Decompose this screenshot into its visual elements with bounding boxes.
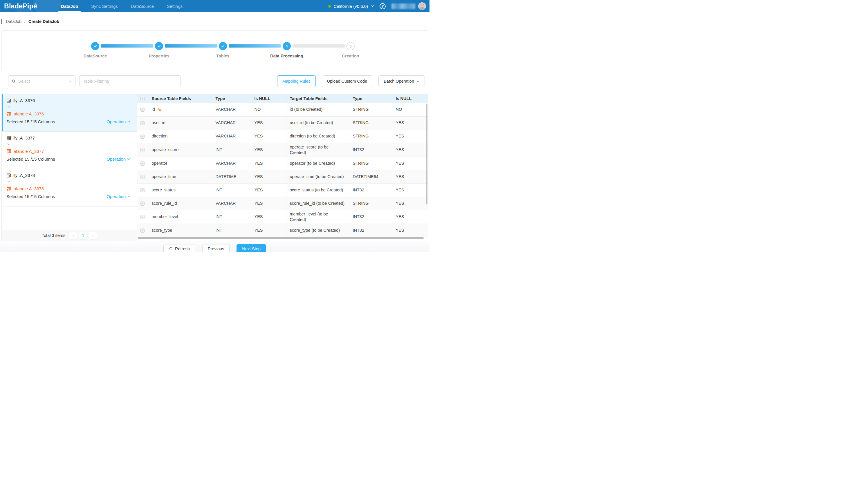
chevron-down-icon bbox=[127, 157, 130, 161]
app-logo[interactable]: BladePipe bbox=[4, 2, 37, 10]
nav-tab-sync-settings[interactable]: Sync Settings bbox=[91, 0, 118, 12]
chevron-down-icon bbox=[69, 79, 72, 83]
source-table-icon bbox=[6, 98, 11, 103]
source-field-name: score_status bbox=[152, 187, 176, 193]
pagination-prev-button[interactable]: ‹ bbox=[69, 232, 77, 239]
table-list-item[interactable]: lly .A_3376 afanqie A_3376 Selected 15 /… bbox=[2, 94, 137, 132]
field-mapping-panel: Source Table Fields Type Is NULL Target … bbox=[137, 94, 428, 241]
help-icon[interactable]: ? bbox=[380, 3, 386, 9]
field-row: score_status INT YES score_status (to be… bbox=[137, 183, 428, 196]
source-table-name: lly .A_3376 bbox=[13, 98, 35, 103]
avatar-image bbox=[418, 2, 426, 10]
status-dot bbox=[328, 5, 331, 8]
pagination-next-button[interactable]: › bbox=[89, 232, 97, 239]
target-field-name: score_status (to be Created) bbox=[286, 183, 349, 196]
target-field-type: INT32 bbox=[349, 224, 392, 237]
table-list-item[interactable]: lly .A_3377 afanqie A_3377 Selected 15 /… bbox=[2, 132, 137, 169]
field-row: id VARCHAR NO id (to be Created) STRING … bbox=[137, 103, 428, 116]
source-field-type: VARCHAR bbox=[212, 130, 251, 143]
breadcrumb-accent-bar bbox=[1, 19, 2, 24]
target-field-type: STRING bbox=[349, 157, 392, 170]
table-list-item[interactable]: lly .A_3378 afanqie A_3378 Selected 15 /… bbox=[2, 169, 137, 206]
field-row: operate_score INT YES operate_score (to … bbox=[137, 143, 428, 157]
row-checkbox[interactable] bbox=[140, 108, 145, 112]
pagination: Total 3 items ‹ 1 › bbox=[2, 230, 137, 241]
horizontal-scrollbar[interactable] bbox=[138, 237, 424, 239]
source-table-name: lly .A_3377 bbox=[13, 136, 35, 140]
source-field-isnull: YES bbox=[251, 196, 286, 210]
row-checkbox[interactable] bbox=[140, 161, 145, 166]
target-field-type: STRING bbox=[349, 196, 392, 210]
refresh-button[interactable]: Refresh bbox=[163, 244, 195, 252]
source-field-type: VARCHAR bbox=[212, 103, 251, 116]
selected-columns-count: Selected 15 /15 Columns bbox=[6, 119, 55, 124]
chevron-down-icon bbox=[7, 180, 11, 184]
operation-link[interactable]: Operation bbox=[106, 157, 130, 161]
target-field-name: direction (to be Created) bbox=[286, 130, 349, 143]
source-table-icon bbox=[6, 136, 11, 140]
upload-custom-code-button[interactable]: Upload Custom Code bbox=[322, 75, 373, 87]
source-field-name: operator bbox=[152, 161, 167, 166]
select-all-checkbox[interactable] bbox=[140, 97, 145, 101]
row-checkbox[interactable] bbox=[140, 229, 145, 233]
table-filter-input[interactable] bbox=[79, 75, 181, 87]
breadcrumb-datajob[interactable]: DataJob bbox=[6, 19, 21, 24]
step-number: 5 bbox=[347, 42, 355, 50]
target-field-isnull: YES bbox=[392, 210, 428, 224]
breadcrumb: DataJob / Create DataJob bbox=[0, 12, 430, 30]
page-title: Create DataJob bbox=[28, 19, 59, 24]
selected-columns-count: Selected 15 /15 Columns bbox=[6, 194, 55, 199]
target-table-name: afanqie A_3377 bbox=[14, 149, 44, 154]
primary-key-icon bbox=[157, 107, 161, 112]
operation-link[interactable]: Operation bbox=[106, 194, 130, 199]
avatar[interactable] bbox=[418, 2, 426, 10]
previous-button[interactable]: Previous bbox=[202, 244, 229, 252]
target-field-name: score_type (to be Created) bbox=[286, 224, 349, 237]
column-target-isnull: Is NULL bbox=[392, 94, 428, 103]
row-checkbox[interactable] bbox=[140, 188, 145, 192]
target-table-name: afanqie A_3378 bbox=[14, 186, 44, 191]
field-table-header-row: Source Table Fields Type Is NULL Target … bbox=[137, 94, 428, 103]
target-table-name: afanqie A_3376 bbox=[14, 111, 44, 116]
source-table-name: lly .A_3378 bbox=[13, 173, 35, 178]
row-checkbox[interactable] bbox=[140, 135, 145, 139]
source-field-isnull: YES bbox=[251, 183, 286, 196]
target-field-name: member_level (to be Created) bbox=[286, 210, 349, 224]
row-checkbox[interactable] bbox=[140, 215, 145, 219]
pagination-page-1[interactable]: 1 bbox=[79, 232, 87, 239]
next-step-button[interactable]: Next Step bbox=[237, 244, 266, 252]
source-field-isnull: YES bbox=[251, 116, 286, 130]
field-row: operate_time DATETIME YES operate_time (… bbox=[137, 170, 428, 183]
step-check-icon bbox=[91, 42, 99, 50]
batch-operation-button[interactable]: Batch Operation bbox=[378, 75, 425, 87]
table-list-panel: lly .A_3376 afanqie A_3376 Selected 15 /… bbox=[2, 94, 137, 241]
field-row: score_rule_id VARCHAR YES score_rule_id … bbox=[137, 196, 428, 210]
app-window: BladePipe DataJob Sync Settings DataSour… bbox=[0, 0, 430, 252]
source-field-isnull: YES bbox=[251, 143, 286, 157]
row-checkbox[interactable] bbox=[140, 148, 145, 152]
target-table-add-icon bbox=[6, 111, 11, 116]
target-field-type: DATETIME64 bbox=[349, 170, 392, 183]
row-checkbox[interactable] bbox=[140, 202, 145, 206]
source-field-type: INT bbox=[212, 143, 251, 157]
source-field-isnull: NO bbox=[251, 103, 286, 116]
step-creation: 5 Creation bbox=[327, 42, 374, 58]
table-select-dropdown[interactable]: Select bbox=[8, 75, 75, 87]
source-field-isnull: YES bbox=[251, 224, 286, 237]
chevron-down-icon bbox=[7, 105, 11, 109]
operation-link[interactable]: Operation bbox=[106, 119, 130, 124]
toolbar: Select Mapping Rules Upload Custom Code … bbox=[1, 73, 428, 89]
nav-tab-datajob[interactable]: DataJob bbox=[61, 0, 78, 12]
vertical-scrollbar[interactable] bbox=[426, 104, 427, 204]
footer-actions: Refresh Previous Next Step bbox=[0, 241, 430, 252]
mapping-rules-button[interactable]: Mapping Rules bbox=[277, 75, 316, 87]
source-field-name: member_level bbox=[152, 214, 178, 220]
target-field-isnull: YES bbox=[392, 143, 428, 157]
chevron-down-icon bbox=[7, 142, 11, 146]
nav-tab-settings[interactable]: Settings bbox=[167, 0, 183, 12]
region-selector[interactable]: California (v0.6.0) bbox=[334, 4, 368, 9]
nav-tab-datasource[interactable]: DataSource bbox=[131, 0, 154, 12]
row-checkbox[interactable] bbox=[140, 175, 145, 179]
row-checkbox[interactable] bbox=[140, 121, 145, 125]
chevron-down-icon[interactable] bbox=[371, 4, 374, 8]
